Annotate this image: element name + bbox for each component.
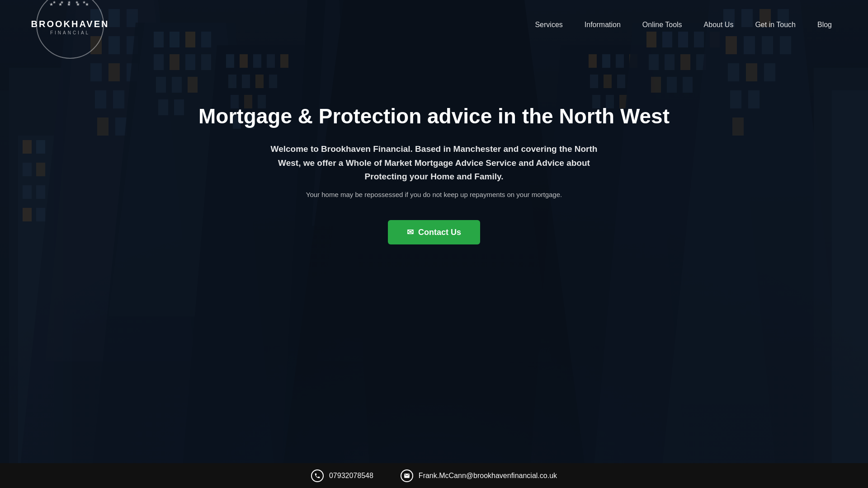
envelope-icon: ✉ — [407, 227, 414, 237]
hero-section: Mortgage & Protection advice in the Nort… — [0, 77, 868, 244]
navbar: ★ ★ ★ ★ ★ BROOKHAVEN FINANCIAL Services … — [0, 0, 868, 50]
nav-get-in-touch[interactable]: Get in Touch — [755, 21, 796, 28]
contact-us-button[interactable]: ✉ Contact Us — [388, 220, 480, 244]
contact-us-label: Contact Us — [418, 228, 461, 237]
footer-bar: 07932078548 Frank.McCann@brookhavenfinan… — [0, 463, 868, 488]
hero-description: Welcome to Brookhaven Financial. Based i… — [262, 142, 606, 183]
footer-email[interactable]: Frank.McCann@brookhavenfinancial.co.uk — [401, 469, 557, 482]
nav-links: Services Information Online Tools About … — [535, 21, 832, 29]
email-icon — [401, 469, 413, 482]
phone-icon — [311, 469, 324, 482]
nav-about-us[interactable]: About Us — [704, 21, 734, 28]
footer-phone[interactable]: 07932078548 — [311, 469, 373, 482]
logo-financial: FINANCIAL — [50, 30, 90, 35]
footer-email-address: Frank.McCann@brookhavenfinancial.co.uk — [419, 472, 557, 480]
nav-blog[interactable]: Blog — [817, 21, 832, 28]
hero-title: Mortgage & Protection advice in the Nort… — [198, 104, 670, 129]
nav-information[interactable]: Information — [585, 21, 621, 28]
logo-stars: ★ ★ ★ ★ ★ — [52, 0, 87, 5]
footer-phone-number: 07932078548 — [329, 472, 373, 480]
nav-online-tools[interactable]: Online Tools — [642, 21, 682, 28]
nav-services[interactable]: Services — [535, 21, 562, 28]
logo-brand: BROOKHAVEN — [31, 19, 109, 29]
hero-disclaimer: Your home may be repossessed if you do n… — [306, 191, 562, 198]
